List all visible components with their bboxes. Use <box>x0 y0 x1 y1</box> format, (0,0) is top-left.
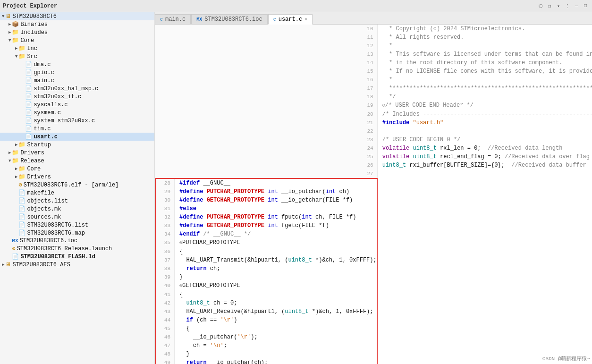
main-container: ▼ 🖥 STM32U083RCT6 ▶ 📦 Binaries ▶ 📁 Inclu… <box>0 12 592 364</box>
it-file-icon: 📄 <box>25 93 32 100</box>
code-line-42: 42 uint8_t ch = 0; <box>156 299 377 307</box>
system-label: system_stm32u0xx.c <box>34 118 95 124</box>
sidebar-item-binaries[interactable]: ▶ 📦 Binaries <box>0 20 154 28</box>
sidebar-item-aes[interactable]: ▶ 🖥 STM32U083RCT6_AES <box>0 261 154 269</box>
red-border-block: 28 #ifdef __GNUC__ 29 #define PUTCHAR_PR… <box>155 178 378 364</box>
sidebar-item-launch[interactable]: ▶ ⚙ STM32U083RCT6 Release.launch <box>0 245 154 253</box>
arrow-down-icon4: ▼ <box>8 159 11 163</box>
toolbar-icons: ⬡ ❐ ▾ ⋮ — □ <box>537 2 589 10</box>
sidebar-item-mainc[interactable]: ▶ 📄 main.c <box>0 76 154 85</box>
arrow-right-icon: ▶ <box>8 22 11 27</box>
sidebar-item-usart[interactable]: ▶ 📄 usart.c <box>0 133 154 141</box>
sidebar-item-includes[interactable]: ▶ 📁 Includes <box>0 28 154 36</box>
tab-mainc[interactable]: c main.c <box>155 14 191 24</box>
core2-label: Core <box>27 166 41 172</box>
sync-icon[interactable]: ⬡ <box>537 2 544 10</box>
sidebar-item-inc[interactable]: ▶ 📁 Inc <box>0 44 154 52</box>
code-line-45: 45 { <box>156 324 377 333</box>
sidebar-item-tim[interactable]: ▶ 📄 tim.c <box>0 125 154 133</box>
gpio-label: gpio.c <box>34 69 54 76</box>
drivers2-label: Drivers <box>27 174 51 180</box>
code-line-32: 32 #define PUTCHAR_PROTOTYPE int fputc(i… <box>156 213 377 221</box>
binaries-icon: 📦 <box>12 21 19 28</box>
sidebar-item-drivers2[interactable]: ▶ 📁 Drivers <box>0 173 154 181</box>
sidebar-item-startup[interactable]: ▶ 📁 Startup <box>0 141 154 149</box>
includes-icon: 📁 <box>12 29 19 36</box>
sidebar-item-gpio[interactable]: ▶ 📄 gpio.c <box>0 68 154 76</box>
tab-usart[interactable]: c usart.c × <box>268 14 313 25</box>
sysmem-icon: 📄 <box>25 109 32 116</box>
includes-label: Includes <box>20 29 48 36</box>
sidebar-item-root[interactable]: ▼ 🖥 STM32U083RCT6 <box>0 12 154 20</box>
drivers-label: Drivers <box>20 150 44 156</box>
code-line-46: 46 __io_putchar('\r'); <box>156 333 377 341</box>
code-line-22: 22 <box>155 127 592 135</box>
core-label: Core <box>20 37 34 44</box>
sidebar-item-elf[interactable]: ▶ ⚙ STM32U083RCT6.elf - [arm/le] <box>0 181 154 189</box>
filter-icon[interactable]: ▾ <box>555 2 562 10</box>
tabs-bar: c main.c MX STM32U083RCT6.ioc c usart.c … <box>155 12 592 25</box>
sidebar-item-drivers[interactable]: ▶ 📁 Drivers <box>0 149 154 157</box>
code-line-43: 43 HAL_UART_Receive(&hlpuart1, (uint8_t … <box>156 307 377 316</box>
arrow-right-icon8: ▶ <box>2 262 4 267</box>
minimize-icon[interactable]: — <box>573 2 580 10</box>
maximize-icon[interactable]: □ <box>582 2 589 10</box>
sidebar-item-hal-msp[interactable]: ▶ 📄 stm32u0xx_hal_msp.c <box>0 85 154 93</box>
ioc-label: STM32U083RCT6.ioc <box>20 237 77 244</box>
sidebar-item-makefile[interactable]: ▶ 📄 makefile <box>0 189 154 197</box>
sidebar-item-src[interactable]: ▼ 📁 Src <box>0 52 154 60</box>
tab-usart-close[interactable]: × <box>304 17 307 22</box>
tab-ioc[interactable]: MX STM32U083RCT6.ioc <box>191 14 267 24</box>
syscalls-label: syscalls.c <box>34 102 68 108</box>
tab-usart-label: usart.c <box>279 16 302 23</box>
sidebar-item-core[interactable]: ▼ 📁 Core <box>0 36 154 44</box>
code-line-31: 31 #else <box>156 204 377 213</box>
tab-ioc-icon: MX <box>196 17 202 22</box>
sidebar-item-list[interactable]: ▶ 📄 STM32U083RCT6.list <box>0 221 154 229</box>
code-line-30: 30 #define GETCHAR_PROTOTYPE int __io_ge… <box>156 196 377 204</box>
gpio-file-icon: 📄 <box>25 69 32 76</box>
sources-mk-label: sources.mk <box>27 214 61 220</box>
sidebar-item-sources-mk[interactable]: ▶ 📄 sources.mk <box>0 213 154 221</box>
project-explorer-sidebar: ▼ 🖥 STM32U083RCT6 ▶ 📦 Binaries ▶ 📁 Inclu… <box>0 12 155 364</box>
sidebar-item-core2[interactable]: ▶ 📁 Core <box>0 165 154 173</box>
sidebar-item-ld[interactable]: ▶ 📄 STM32U083RCTX_FLASH.ld <box>0 253 154 261</box>
release-icon: 📁 <box>12 157 19 164</box>
copy-icon[interactable]: ❐ <box>546 2 553 10</box>
src-folder-icon: 📁 <box>18 53 25 60</box>
dma-file-icon: 📄 <box>25 61 32 68</box>
sidebar-item-sysmem[interactable]: ▶ 📄 sysmem.c <box>0 109 154 117</box>
sidebar-item-ioc[interactable]: ▶ MX STM32U083RCT6.ioc <box>0 237 154 245</box>
startup-label: Startup <box>27 142 51 148</box>
sidebar-item-map[interactable]: ▶ 📄 STM32U083RCT6.map <box>0 229 154 237</box>
code-line-25: 25 volatile uint8_t recl_end_flag = 0; /… <box>155 152 592 161</box>
sidebar-item-it[interactable]: ▶ 📄 stm32u0xx_it.c <box>0 93 154 101</box>
src-label: Src <box>27 53 37 60</box>
it-label: stm32u0xx_it.c <box>34 93 81 100</box>
code-line-10: 10 * Copyright (c) 2024 STMicroelectroni… <box>155 25 592 33</box>
map-label: STM32U083RCT6.map <box>27 230 85 237</box>
code-line-11: 11 * All rights reserved. <box>155 33 592 42</box>
hal-msp-label: stm32u0xx_hal_msp.c <box>34 85 98 92</box>
arrow-down-icon2: ▼ <box>8 38 11 43</box>
sidebar-item-release[interactable]: ▼ 📁 Release <box>0 157 154 165</box>
mainc-label: main.c <box>34 77 54 84</box>
code-line-28: 28 #ifdef __GNUC__ <box>156 179 377 187</box>
system-icon: 📄 <box>25 117 32 124</box>
makefile-icon: 📄 <box>18 189 25 196</box>
objects-mk-icon: 📄 <box>18 205 25 212</box>
code-line-14: 14 * in the root directory of this softw… <box>155 59 592 67</box>
arrow-right-icon5: ▶ <box>8 150 11 155</box>
sidebar-item-objects-list[interactable]: ▶ 📄 objects.list <box>0 197 154 205</box>
code-line-16: 16 * <box>155 76 592 84</box>
code-line-26: 26 uint8_t rx1_buffer[BUFFER_SIZE]={0}; … <box>155 161 592 169</box>
code-line-21: 21 #include "usart.h" <box>155 119 592 127</box>
sidebar-item-syscalls[interactable]: ▶ 📄 syscalls.c <box>0 101 154 109</box>
sidebar-item-system[interactable]: ▶ 📄 system_stm32u0xx.c <box>0 117 154 125</box>
code-line-34: 34 #endif /* __GNUC__ */ <box>156 230 377 238</box>
code-line-12: 12 * <box>155 42 592 50</box>
sidebar-item-dma[interactable]: ▶ 📄 dma.c <box>0 60 154 68</box>
code-editor[interactable]: 10 * Copyright (c) 2024 STMicroelectroni… <box>155 25 592 364</box>
sidebar-item-objects-mk[interactable]: ▶ 📄 objects.mk <box>0 205 154 213</box>
menu-icon[interactable]: ⋮ <box>564 2 571 10</box>
